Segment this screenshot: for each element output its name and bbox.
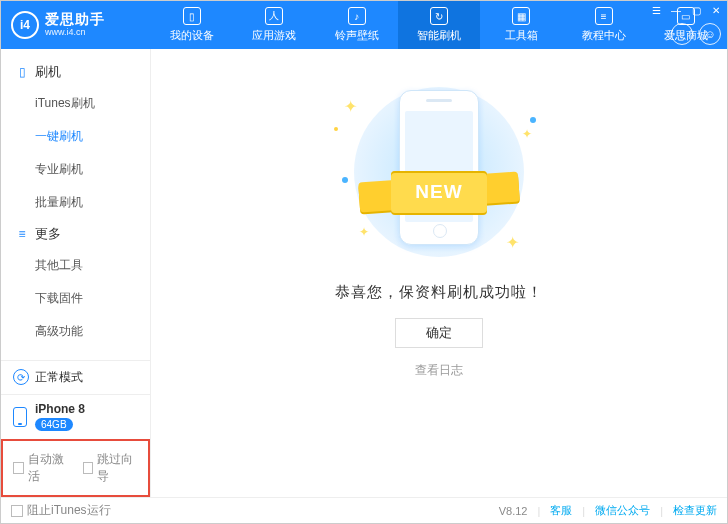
sidebar-item-other-tools[interactable]: 其他工具 [1, 249, 150, 282]
tab-tutorials[interactable]: ≡教程中心 [562, 1, 644, 49]
check-update-link[interactable]: 检查更新 [673, 503, 717, 518]
sidebar-item-pro-flash[interactable]: 专业刷机 [1, 153, 150, 186]
sidebar-item-itunes-flash[interactable]: iTunes刷机 [1, 87, 150, 120]
tab-apps-games[interactable]: 人应用游戏 [233, 1, 315, 49]
checkbox-icon [83, 462, 94, 474]
app-logo: i4 爱思助手 www.i4.cn [1, 11, 151, 39]
checkbox-icon [11, 505, 23, 517]
logo-icon: i4 [11, 11, 39, 39]
phone-icon: ▯ [15, 65, 29, 79]
checkbox-auto-activate[interactable]: 自动激活 [13, 451, 69, 485]
support-link[interactable]: 客服 [550, 503, 572, 518]
app-name: 爱思助手 [45, 12, 105, 27]
view-log-link[interactable]: 查看日志 [415, 362, 463, 379]
device-storage-badge: 64GB [35, 418, 73, 431]
checkbox-skip-guide[interactable]: 跳过向导 [83, 451, 139, 485]
tab-ringtones[interactable]: ♪铃声壁纸 [316, 1, 398, 49]
ringtone-icon: ♪ [348, 7, 366, 25]
sparkle-icon: ✦ [344, 97, 357, 116]
device-mode[interactable]: ⟳正常模式 [1, 361, 150, 395]
download-button[interactable]: ↓ [671, 23, 693, 45]
sidebar-section-flash[interactable]: ▯刷机 [1, 57, 150, 87]
sync-icon: ⟳ [13, 369, 29, 385]
phone-illustration [399, 90, 479, 245]
close-icon[interactable]: ✕ [709, 3, 723, 17]
sidebar-section-more[interactable]: ≡更多 [1, 219, 150, 249]
tab-toolbox[interactable]: ▦工具箱 [480, 1, 562, 49]
window-controls: ☰ — ▢ ✕ [649, 3, 723, 17]
sparkle-icon: ✦ [506, 233, 519, 252]
version-label: V8.12 [499, 505, 528, 517]
minimize-icon[interactable]: — [669, 3, 683, 17]
app-header: i4 爱思助手 www.i4.cn ▯我的设备 人应用游戏 ♪铃声壁纸 ↻智能刷… [1, 1, 727, 49]
sidebar-item-one-click-flash[interactable]: 一键刷机 [1, 120, 150, 153]
device-icon: ▯ [183, 7, 201, 25]
new-ribbon: NEW [359, 169, 519, 215]
checkbox-block-itunes[interactable]: 阻止iTunes运行 [11, 502, 111, 519]
menu-icon[interactable]: ☰ [649, 3, 663, 17]
sidebar-item-advanced[interactable]: 高级功能 [1, 315, 150, 348]
sidebar-item-download-firmware[interactable]: 下载固件 [1, 282, 150, 315]
tab-smart-flash[interactable]: ↻智能刷机 [398, 1, 480, 49]
tutorial-icon: ≡ [595, 7, 613, 25]
checkbox-icon [13, 462, 24, 474]
sparkle-icon: ✦ [522, 127, 532, 141]
tab-my-device[interactable]: ▯我的设备 [151, 1, 233, 49]
sidebar-item-batch-flash[interactable]: 批量刷机 [1, 186, 150, 219]
wechat-link[interactable]: 微信公众号 [595, 503, 650, 518]
main-content: ✦ ✦ ✦ ✦ NEW 恭喜您，保资料刷机成功啦！ 确定 查看日志 [151, 49, 727, 497]
flash-icon: ↻ [430, 7, 448, 25]
sidebar: ▯刷机 iTunes刷机 一键刷机 专业刷机 批量刷机 ≡更多 其他工具 下载固… [1, 49, 151, 497]
sparkle-icon: ✦ [359, 225, 369, 239]
ok-button[interactable]: 确定 [395, 318, 483, 348]
header-tabs: ▯我的设备 人应用游戏 ♪铃声壁纸 ↻智能刷机 ▦工具箱 ≡教程中心 ▭爱思商城 [151, 1, 727, 49]
checkbox-group-highlighted: 自动激活 跳过向导 [1, 439, 150, 497]
toolbox-icon: ▦ [512, 7, 530, 25]
success-message: 恭喜您，保资料刷机成功啦！ [335, 283, 543, 302]
app-site: www.i4.cn [45, 28, 105, 38]
apps-icon: 人 [265, 7, 283, 25]
maximize-icon[interactable]: ▢ [689, 3, 703, 17]
success-illustration: ✦ ✦ ✦ ✦ NEW [324, 77, 554, 267]
device-name: iPhone 8 [35, 403, 85, 416]
connected-device[interactable]: iPhone 8 64GB [1, 395, 150, 439]
more-icon: ≡ [15, 227, 29, 241]
status-bar: 阻止iTunes运行 V8.12 | 客服 | 微信公众号 | 检查更新 [1, 497, 727, 523]
device-icon [13, 407, 27, 427]
user-button[interactable]: ☺ [699, 23, 721, 45]
